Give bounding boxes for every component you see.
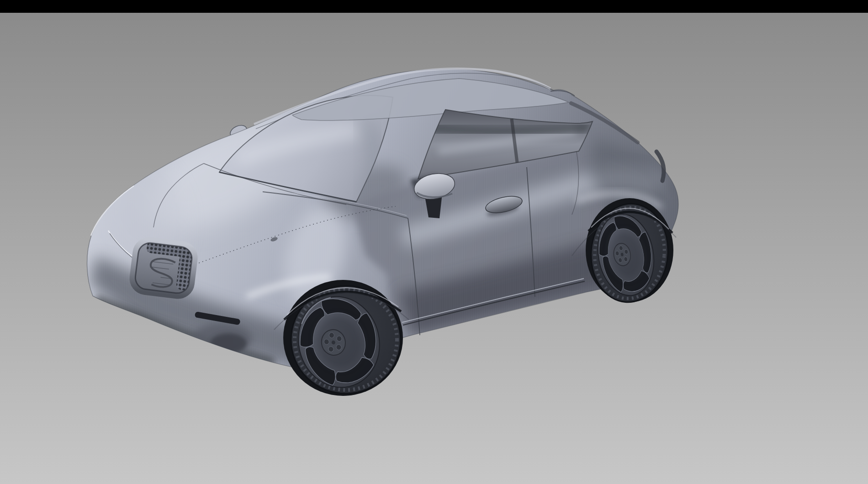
viewport-3d[interactable] [0,0,868,484]
grille [131,239,196,298]
letterbox-top [0,0,868,13]
render-stage [0,0,868,484]
